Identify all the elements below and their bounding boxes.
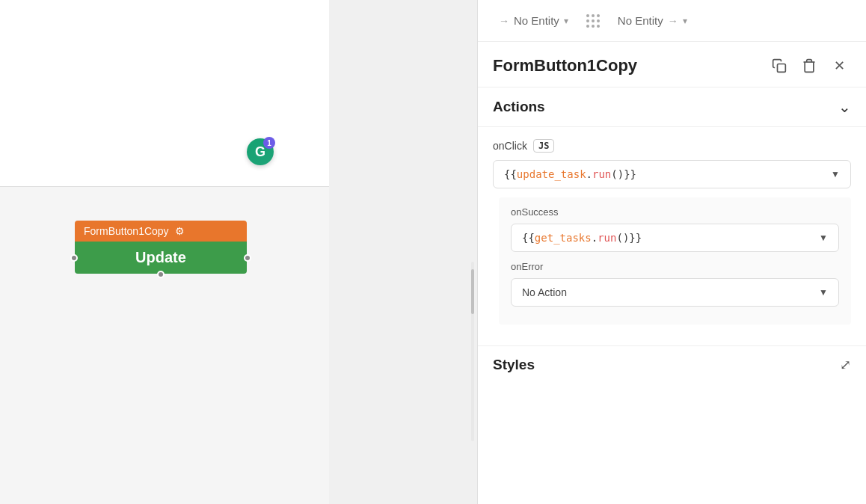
onclick-label-row: onClick JS <box>493 139 851 153</box>
canvas-area: G 1 FormButton1Copy ⚙ Update <box>0 0 329 504</box>
no-action-dropdown-arrow: ▼ <box>819 287 828 298</box>
handle-bottom[interactable] <box>157 271 165 278</box>
dot <box>597 14 600 17</box>
dot <box>592 19 595 22</box>
panel-content: Actions ⌄ onClick JS {{update_task.run()… <box>478 87 866 504</box>
query2-dropdown-arrow: ▼ <box>819 233 828 243</box>
entity-left-selector[interactable]: → No Entity ▾ <box>493 11 574 30</box>
query2-text: {{get_tasks.run()}} <box>522 232 819 244</box>
dot <box>586 14 589 17</box>
entity-right-selector[interactable]: No Entity → ▾ <box>612 11 693 30</box>
gear-icon[interactable]: ⚙ <box>175 225 185 237</box>
onsuccess-section: onSuccess {{get_tasks.run()}} ▼ onError … <box>499 197 851 325</box>
entity-left-chevron: ▾ <box>564 16 568 26</box>
panel-title: FormButton1Copy <box>493 56 761 76</box>
no-action-text: No Action <box>522 286 819 298</box>
onerror-label: onError <box>511 261 839 272</box>
styles-expand-icon: ⤢ <box>840 357 851 373</box>
query1-text: {{update_task.run()}} <box>504 168 831 180</box>
grammarly-count: 1 <box>263 137 275 149</box>
component-header[interactable]: FormButton1Copy ⚙ <box>75 221 247 242</box>
button-label: Update <box>135 249 186 265</box>
query2-dropdown[interactable]: {{get_tasks.run()}} ▼ <box>511 224 839 252</box>
update-button[interactable]: Update <box>75 242 247 274</box>
right-panel: → No Entity ▾ No Entity → ▾ FormButton1C… <box>477 0 866 504</box>
canvas-card <box>0 0 329 187</box>
left-arrow-icon: → <box>499 15 509 27</box>
dot <box>586 19 589 22</box>
styles-section-title: Styles <box>493 357 840 373</box>
close-button[interactable]: ✕ <box>827 54 851 78</box>
dot <box>597 19 600 22</box>
grammarly-badge[interactable]: G 1 <box>247 138 274 165</box>
canvas-component: FormButton1Copy ⚙ Update <box>75 221 247 274</box>
query1-dropdown[interactable]: {{update_task.run()}} ▼ <box>493 160 851 188</box>
handle-right[interactable] <box>244 254 251 262</box>
actions-chevron-icon: ⌄ <box>838 98 851 116</box>
delete-button[interactable] <box>797 54 821 78</box>
right-arrow-icon: → <box>668 15 678 27</box>
handle-left[interactable] <box>70 254 78 262</box>
component-name-label: FormButton1Copy <box>84 225 169 237</box>
close-icon: ✕ <box>834 58 845 74</box>
actions-section-body: onClick JS {{update_task.run()}} ▼ onSuc… <box>478 127 866 345</box>
dot <box>592 25 595 28</box>
dot <box>597 25 600 28</box>
entity-right-chevron: ▾ <box>683 16 687 26</box>
panel-scrollbar-thumb <box>471 269 474 314</box>
copy-button[interactable] <box>767 54 791 78</box>
panel-scrollbar[interactable] <box>471 262 474 441</box>
actions-section-title: Actions <box>493 99 838 115</box>
svg-rect-0 <box>778 64 786 73</box>
no-action-dropdown[interactable]: No Action ▼ <box>511 278 839 307</box>
panel-topbar: → No Entity ▾ No Entity → ▾ <box>478 0 866 42</box>
onclick-label: onClick <box>493 140 527 152</box>
js-badge[interactable]: JS <box>533 139 554 153</box>
panel-title-row: FormButton1Copy ✕ <box>478 42 866 87</box>
entity-right-label: No Entity <box>618 14 663 27</box>
actions-section-header[interactable]: Actions ⌄ <box>478 87 866 127</box>
dots-grid-icon[interactable] <box>580 8 606 34</box>
entity-left-label: No Entity <box>514 14 559 27</box>
query1-dropdown-arrow: ▼ <box>831 169 840 179</box>
dot <box>586 25 589 28</box>
styles-section-header[interactable]: Styles ⤢ <box>478 345 866 384</box>
onsuccess-label: onSuccess <box>511 206 839 218</box>
dot <box>592 14 595 17</box>
